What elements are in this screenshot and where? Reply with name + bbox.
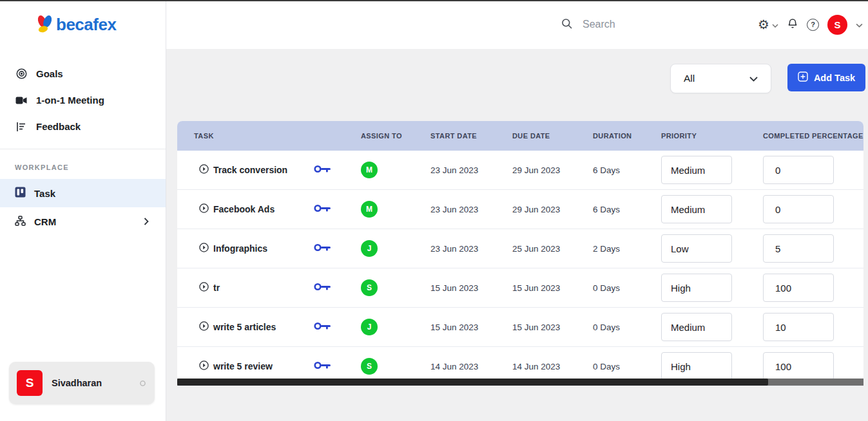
duration: 0 Days — [593, 323, 661, 332]
column-header-due-date: DUE DATE — [512, 132, 593, 140]
bell-icon[interactable] — [787, 17, 798, 32]
priority-select[interactable]: Medium — [661, 195, 732, 223]
filter-selected-value: All — [684, 73, 695, 84]
start-date: 14 Jun 2023 — [430, 362, 512, 371]
completed-percentage-input[interactable] — [763, 195, 834, 223]
assignee-avatar: S — [361, 279, 378, 296]
start-date: 15 Jun 2023 — [430, 323, 512, 332]
crm-sitemap-icon — [15, 216, 26, 228]
top-header: ⚙ ? S — [166, 0, 868, 49]
assignee-cell: M — [361, 201, 430, 218]
key-icon[interactable] — [313, 164, 361, 176]
brand-logo-icon — [36, 14, 53, 36]
column-header-duration: DURATION — [593, 132, 661, 140]
sidebar-item-meeting[interactable]: 1-on-1 Meeting — [0, 87, 166, 113]
expand-task-icon[interactable] — [199, 164, 209, 176]
task-name[interactable]: Infographics — [213, 243, 267, 254]
task-cell: Infographics — [177, 243, 313, 255]
task-name[interactable]: tr — [213, 283, 220, 293]
priority-cell: Low — [661, 234, 763, 263]
header-icons: ⚙ ? S — [758, 0, 863, 49]
chevron-down-icon[interactable] — [856, 19, 863, 30]
priority-cell: High — [661, 274, 763, 302]
priority-select[interactable]: Medium — [661, 313, 732, 341]
priority-cell: Medium — [661, 313, 763, 341]
expand-task-icon[interactable] — [199, 243, 209, 255]
task-cell: Track conversion — [177, 164, 313, 176]
expand-task-icon[interactable] — [199, 360, 209, 373]
priority-select[interactable]: High — [661, 352, 732, 380]
table-row: write 5 articles J 15 Jun 2023 15 Jun 20… — [177, 308, 863, 347]
completed-cell — [763, 274, 863, 302]
expand-task-icon[interactable] — [199, 203, 209, 216]
sidebar-item-label: 1-on-1 Meeting — [36, 95, 104, 106]
assignee-cell: J — [361, 240, 430, 257]
due-date: 15 Jun 2023 — [512, 323, 593, 332]
column-header-start-date: START DATE — [430, 132, 512, 140]
search-input[interactable] — [583, 19, 705, 30]
assignee-cell: S — [361, 358, 430, 375]
sidebar-item-task[interactable]: Task — [0, 179, 166, 207]
video-camera-icon — [15, 96, 28, 105]
sidebar-item-label: Task — [34, 188, 55, 199]
column-header-task: TASK — [177, 132, 361, 140]
completed-cell — [763, 195, 863, 223]
gear-icon[interactable]: ⚙ — [758, 18, 769, 31]
task-cell: Facebook Ads — [177, 203, 313, 216]
duration: 6 Days — [593, 165, 661, 175]
priority-select[interactable]: Low — [661, 234, 732, 263]
priority-select[interactable]: Medium — [661, 156, 732, 184]
completed-percentage-input[interactable] — [763, 274, 834, 302]
key-icon[interactable] — [313, 203, 361, 215]
add-task-label: Add Task — [814, 73, 855, 83]
table-row: Infographics J 23 Jun 2023 25 Jun 2023 2… — [177, 229, 863, 268]
chevron-down-icon[interactable] — [772, 19, 778, 30]
plus-icon — [798, 71, 808, 84]
column-header-completed: COMPLETED PERCENTAGE — [763, 132, 863, 140]
duration: 0 Days — [593, 362, 661, 371]
sidebar-item-crm[interactable]: CRM — [0, 207, 166, 236]
key-icon[interactable] — [313, 243, 361, 254]
chevron-down-icon — [749, 73, 758, 84]
key-icon[interactable] — [313, 282, 361, 294]
sidebar-item-goals[interactable]: Goals — [0, 61, 166, 87]
task-filter-select[interactable]: All — [670, 64, 771, 93]
start-date: 23 Jun 2023 — [430, 205, 512, 214]
add-task-button[interactable]: Add Task — [787, 64, 865, 91]
sidebar-item-label: Goals — [36, 68, 63, 79]
sidebar-item-label: Feedback — [36, 121, 81, 132]
completed-percentage-input[interactable] — [763, 313, 834, 341]
main-content: All Add Task TASK ASSIGN TO START DATE D… — [166, 49, 868, 421]
key-icon[interactable] — [313, 360, 361, 372]
assignee-avatar: J — [361, 240, 378, 257]
task-cell: tr — [177, 282, 313, 294]
completed-percentage-input[interactable] — [763, 156, 834, 184]
completed-percentage-input[interactable] — [763, 234, 834, 263]
sidebar-user-card[interactable]: S Sivadharan — [9, 362, 155, 404]
sidebar-item-feedback[interactable]: Feedback — [0, 113, 166, 140]
due-date: 14 Jun 2023 — [512, 362, 593, 371]
completed-percentage-input[interactable] — [763, 352, 834, 380]
assignee-avatar: M — [361, 201, 378, 218]
task-name[interactable]: write 5 articles — [213, 322, 276, 332]
scrollbar-thumb[interactable] — [177, 379, 768, 386]
priority-select[interactable]: High — [661, 274, 732, 302]
brand-logo[interactable]: becafex — [0, 0, 166, 49]
help-icon[interactable]: ? — [807, 19, 819, 31]
key-icon[interactable] — [313, 321, 361, 333]
expand-task-icon[interactable] — [199, 282, 209, 294]
horizontal-scrollbar[interactable] — [177, 379, 863, 386]
task-name[interactable]: Facebook Ads — [213, 204, 275, 214]
table-header-row: TASK ASSIGN TO START DATE DUE DATE DURAT… — [177, 121, 863, 151]
expand-task-icon[interactable] — [199, 321, 209, 333]
column-header-assign-to: ASSIGN TO — [361, 132, 430, 140]
header-avatar[interactable]: S — [827, 15, 847, 35]
task-name[interactable]: write 5 review — [213, 361, 273, 371]
task-name[interactable]: Track conversion — [213, 165, 287, 175]
column-header-priority: PRIORITY — [661, 132, 763, 140]
task-cell: write 5 articles — [177, 321, 313, 333]
sidebar: becafex Goals 1-on-1 Meeting — [0, 0, 166, 421]
duration: 2 Days — [593, 244, 661, 254]
due-date: 29 Jun 2023 — [512, 205, 593, 214]
workplace-section-label: WORKPLACE — [0, 149, 166, 179]
